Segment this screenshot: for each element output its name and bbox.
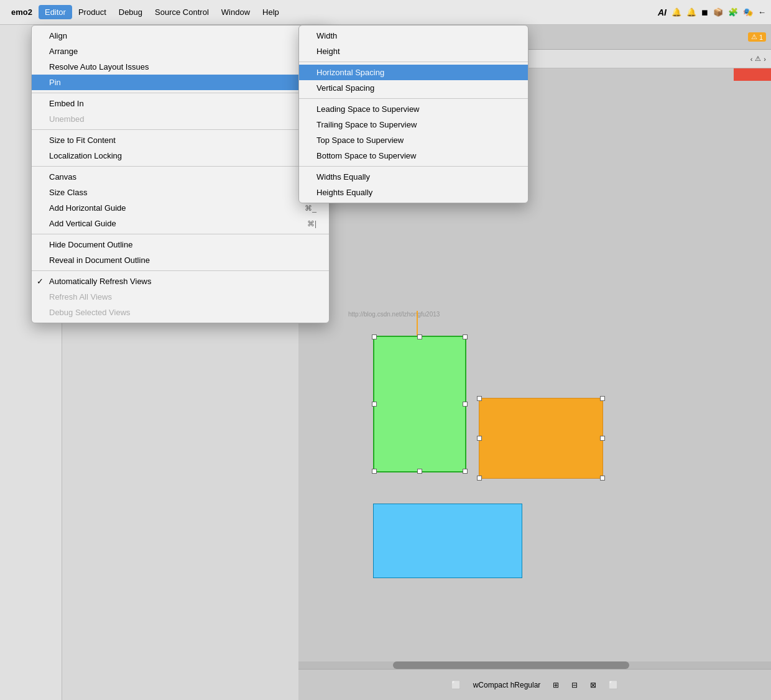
menu-item-reveal-outline[interactable]: Reveal in Document Outline xyxy=(32,252,329,268)
debug-views-label: Debug Selected Views xyxy=(49,308,131,317)
menu-item-hide-outline[interactable]: Hide Document Outline xyxy=(32,237,329,252)
bottom-icon-1[interactable]: ⬜ xyxy=(451,681,461,689)
menu-item-embed[interactable]: Embed In ▶ xyxy=(32,96,329,111)
orange-handle-tr xyxy=(600,396,605,401)
pin-menu-item-widths-equally[interactable]: Widths Equally xyxy=(299,169,528,185)
menu-item-refresh-all[interactable]: Refresh All Views xyxy=(32,289,329,305)
menubar: emo2 Editor Product Debug Source Control… xyxy=(0,0,771,25)
pin-menu-item-trailing[interactable]: Trailing Space to Superview xyxy=(299,117,528,132)
pin-menu-item-height[interactable]: Height xyxy=(299,44,528,59)
bottom-bar: ⬜ wCompact hRegular ⊞ ⊟ ⊠ ⬜ xyxy=(298,669,771,700)
pin-menu-item-heights-equally[interactable]: Heights Equally xyxy=(299,185,528,200)
pin-submenu: Width Height Horizontal Spacing Vertical… xyxy=(298,25,529,203)
menu-item-size-fit[interactable]: Size to Fit Content ⌘= xyxy=(32,132,329,148)
bottom-icon-5[interactable]: ⬜ xyxy=(609,681,618,689)
pin-sep-2 xyxy=(299,98,528,99)
sep-3 xyxy=(32,166,329,167)
orange-handle-br xyxy=(600,476,605,481)
record-icon[interactable]: ◼ xyxy=(701,7,708,17)
extra-icon[interactable]: 🎭 xyxy=(743,7,753,17)
notification-icon-1[interactable]: 🔔 xyxy=(672,7,681,17)
menubar-item-window[interactable]: Window xyxy=(215,5,256,19)
size-class-label: wCompact hRegular xyxy=(473,681,541,689)
pin-menu-item-vert-spacing[interactable]: Vertical Spacing xyxy=(299,80,528,96)
horiz-guide-shortcut: ⌘_ xyxy=(305,204,316,213)
watermark-text: http://blog.csdn.net/lzhongfu2013 xyxy=(348,311,440,318)
app-name-label: emo2 xyxy=(11,7,32,17)
menubar-icons: AI 🔔 🔔 ◼ 📦 🧩 🎭 ← xyxy=(658,7,766,17)
vert-guide-label: Add Vertical Guide xyxy=(49,219,116,228)
editor-menu: Align ▶ Arrange ▶ Resolve Auto Layout Is… xyxy=(31,25,330,323)
menu-item-auto-refresh[interactable]: ✓ Automatically Refresh Views xyxy=(32,274,329,289)
blue-view[interactable] xyxy=(373,504,522,578)
notification-icon-2[interactable]: 🔔 xyxy=(686,7,696,17)
pin-height-label: Height xyxy=(316,47,340,56)
handle-mr xyxy=(463,402,468,407)
menubar-item-debug[interactable]: Debug xyxy=(113,5,149,19)
warning-badge: ⚠ 1 xyxy=(748,32,766,42)
sep-5 xyxy=(32,270,329,271)
sep-4 xyxy=(32,234,329,234)
menu-item-unembed[interactable]: Unembed xyxy=(32,111,329,127)
size-fit-label: Size to Fit Content xyxy=(49,136,116,145)
menubar-item-product[interactable]: Product xyxy=(72,5,113,19)
sep-2 xyxy=(32,129,329,130)
pin-menu-item-horiz-spacing[interactable]: Horizontal Spacing xyxy=(299,65,528,80)
menubar-item-appname[interactable]: emo2 xyxy=(5,5,39,19)
breadcrumb-nav-prev[interactable]: ‹ xyxy=(750,55,753,63)
menu-item-arrange[interactable]: Arrange ▶ xyxy=(32,44,329,59)
menubar-item-source-control[interactable]: Source Control xyxy=(149,5,215,19)
back-icon[interactable]: ← xyxy=(758,7,766,17)
pin-width-label: Width xyxy=(316,31,337,40)
bottom-icon-2[interactable]: ⊞ xyxy=(553,681,559,689)
pin-menu-item-bottom[interactable]: Bottom Space to Superview xyxy=(299,148,528,163)
pin-menu-item-leading[interactable]: Leading Space to Superview xyxy=(299,101,528,117)
breadcrumb-nav-next[interactable]: › xyxy=(764,55,766,63)
size-class-menu-label: Size Class xyxy=(49,188,87,197)
vert-guide-shortcut: ⌘| xyxy=(307,219,316,228)
bottom-icon-4[interactable]: ⊠ xyxy=(590,681,596,689)
pin-horiz-spacing-label: Horizontal Spacing xyxy=(316,68,384,77)
pin-menu-item-width[interactable]: Width xyxy=(299,28,528,44)
pin-sep-1 xyxy=(299,62,528,62)
menubar-item-editor[interactable]: Editor xyxy=(39,5,72,19)
menu-item-vert-guide[interactable]: Add Vertical Guide ⌘| xyxy=(32,216,329,231)
orange-handle-mr xyxy=(600,436,605,441)
handle-tc xyxy=(417,334,422,339)
menu-item-pin[interactable]: Pin ▶ xyxy=(32,75,329,90)
horiz-guide-label: Add Horizontal Guide xyxy=(49,203,126,213)
menu-item-debug-views[interactable]: Debug Selected Views xyxy=(32,305,329,320)
menu-item-align[interactable]: Align ▶ xyxy=(32,28,329,44)
menu-item-resolve[interactable]: Resolve Auto Layout Issues ▶ xyxy=(32,59,329,75)
refresh-all-label: Refresh All Views xyxy=(49,292,112,302)
handle-bl xyxy=(372,469,377,474)
menu-item-horiz-guide[interactable]: Add Horizontal Guide ⌘_ xyxy=(32,200,329,216)
auto-refresh-checkmark: ✓ xyxy=(37,277,44,286)
dropbox-icon[interactable]: 📦 xyxy=(713,7,723,17)
reveal-outline-label: Reveal in Document Outline xyxy=(49,256,150,265)
menu-item-canvas[interactable]: Canvas ▶ xyxy=(32,169,329,185)
bottom-icon-3[interactable]: ⊟ xyxy=(571,681,578,689)
pin-trailing-label: Trailing Space to Superview xyxy=(316,120,417,129)
canvas-scrollbar-thumb[interactable] xyxy=(393,661,629,669)
menubar-item-help[interactable]: Help xyxy=(256,5,285,19)
unembed-label: Unembed xyxy=(49,114,84,124)
menu-item-size-class[interactable]: Size Class ▶ xyxy=(32,185,329,200)
breadcrumb-warning-icon: ⚠ xyxy=(755,55,761,63)
resolve-label: Resolve Auto Layout Issues xyxy=(49,62,149,71)
orange-handle-tl xyxy=(477,396,482,401)
align-label: Align xyxy=(49,31,67,40)
orange-handle-bl xyxy=(477,476,482,481)
pin-label: Pin xyxy=(49,78,61,87)
canvas-label: Canvas xyxy=(49,172,76,182)
menu-item-localization[interactable]: Localization Locking ▶ xyxy=(32,148,329,163)
orange-view[interactable] xyxy=(479,398,603,479)
hide-outline-label: Hide Document Outline xyxy=(49,240,132,249)
handle-tr xyxy=(463,334,468,339)
pin-menu-item-top[interactable]: Top Space to Superview xyxy=(299,132,528,148)
plugin-icon[interactable]: 🧩 xyxy=(728,7,738,17)
canvas-scrollbar-h[interactable] xyxy=(298,661,771,669)
handle-bc xyxy=(417,469,422,474)
green-view[interactable] xyxy=(373,336,466,472)
orange-handle-ml xyxy=(477,436,482,441)
